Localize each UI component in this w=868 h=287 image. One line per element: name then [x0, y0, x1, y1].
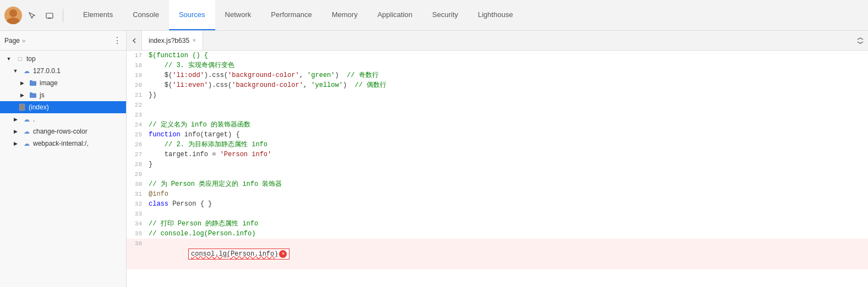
line-number-31: 31: [127, 189, 149, 199]
sidebar-more-icon[interactable]: ⋮: [113, 35, 122, 46]
inspect-element-button[interactable]: [24, 8, 40, 23]
line-number-36: 36: [127, 239, 149, 249]
code-editor[interactable]: 17 $(function () { 18 // 3. 实现奇偶行变色 19 $…: [127, 51, 868, 287]
device-toggle-button[interactable]: [42, 8, 57, 23]
code-tab-label: index.js?b635: [149, 37, 189, 45]
line-number-24: 24: [127, 120, 149, 130]
svg-point-0: [9, 9, 17, 17]
line-number-22: 22: [127, 100, 149, 110]
arrow-right-icon: ▶: [18, 79, 26, 87]
tree-label-changerows: change-rows-color: [33, 128, 88, 135]
code-line-33: 33: [127, 209, 868, 219]
sidebar-header: Page » ⋮: [0, 31, 126, 51]
arrow-right-icon-js: ▶: [18, 91, 26, 100]
tab-console[interactable]: Console: [123, 0, 169, 30]
line-number-27: 27: [127, 150, 149, 159]
error-box: consol.lg(Person.info) ✕: [188, 249, 290, 260]
code-line-25: 25 function info(target) {: [127, 130, 868, 140]
tree-label-image: image: [40, 79, 58, 87]
code-line-34: 34 // 打印 Person 的静态属性 info: [127, 219, 868, 229]
toolbar-icons: [4, 7, 67, 24]
line-number-17: 17: [127, 51, 149, 60]
error-code: consol.lg(Person.info): [191, 249, 278, 259]
nav-tabs: Elements Console Sources Network Perform…: [73, 0, 523, 30]
line-content-31: @info: [149, 189, 857, 199]
error-icon: ✕: [279, 250, 287, 258]
file-tree: ▼ □ top ▼ ☁ 127.0.0.1 ▶ image ▶: [0, 51, 126, 287]
tree-item-top[interactable]: ▼ □ top: [0, 53, 126, 65]
line-content-34: // 打印 Person 的静态属性 info: [149, 219, 857, 229]
code-line-29: 29: [127, 169, 868, 179]
code-line-32: 32 class Person { }: [127, 199, 868, 209]
code-line-20: 20 $('li:even').css('background-color', …: [127, 80, 868, 90]
code-file-tab[interactable]: index.js?b635 ×: [142, 31, 203, 50]
line-content-35: // console.log(Person.info): [149, 229, 857, 239]
toolbar-divider: [63, 9, 63, 22]
tree-item-webpack[interactable]: ▶ ☁ webpack-internal:/,: [0, 137, 126, 150]
line-content-19: $('li:odd').css('background-color', 'gre…: [149, 70, 857, 80]
arrow-down-icon-2: ▼: [11, 67, 20, 75]
code-line-28: 28 }: [127, 159, 868, 169]
line-content-28: }: [149, 159, 857, 169]
tree-item-dot[interactable]: ▶ ☁ .: [0, 113, 126, 125]
line-number-32: 32: [127, 199, 149, 209]
code-line-19: 19 $('li:odd').css('background-color', '…: [127, 70, 868, 80]
code-panel: index.js?b635 × 17 $(function () { 18 //…: [127, 31, 868, 287]
line-content-17: $(function () {: [149, 51, 857, 60]
arrow-right-icon-dot: ▶: [11, 115, 20, 124]
line-number-20: 20: [127, 80, 149, 90]
line-content-32: class Person { }: [149, 199, 857, 209]
code-line-26: 26 // 2. 为目标添加静态属性 info: [127, 140, 868, 150]
sidebar-expand-icon[interactable]: »: [22, 37, 25, 44]
sidebar-header-title: Page: [4, 37, 20, 45]
svg-point-1: [7, 18, 20, 24]
tab-performance[interactable]: Performance: [261, 0, 321, 30]
avatar: [4, 7, 22, 24]
tree-item-changerows[interactable]: ▶ ☁ change-rows-color: [0, 125, 126, 137]
line-content-27: target.info = 'Person info': [149, 150, 857, 159]
tab-close-button[interactable]: ×: [193, 37, 196, 43]
line-number-33: 33: [127, 209, 149, 219]
line-content-25: function info(target) {: [149, 130, 857, 140]
tree-item-index[interactable]: (index): [0, 101, 126, 113]
code-line-31: 31 @info: [127, 189, 868, 199]
line-content-26: // 2. 为目标添加静态属性 info: [149, 140, 857, 150]
file-icon: [18, 103, 26, 112]
code-line-23: 23: [127, 110, 868, 120]
line-content-24: // 定义名为 info 的装饰器函数: [149, 120, 857, 130]
arrow-right-icon-webpack: ▶: [11, 139, 20, 148]
cloud-icon-change: ☁: [22, 127, 31, 136]
code-line-22: 22: [127, 100, 868, 110]
svg-rect-3: [48, 18, 51, 19]
line-number-25: 25: [127, 130, 149, 140]
tab-network[interactable]: Network: [215, 0, 261, 30]
line-number-26: 26: [127, 140, 149, 150]
devtools-toolbar: Elements Console Sources Network Perform…: [0, 0, 868, 31]
tree-item-127001[interactable]: ▼ ☁ 127.0.0.1: [0, 65, 126, 77]
line-number-35: 35: [127, 229, 149, 239]
tree-item-js[interactable]: ▶ js: [0, 89, 126, 101]
tree-label-127001: 127.0.0.1: [33, 67, 61, 75]
code-panel-expand-button[interactable]: [853, 31, 868, 50]
tab-prev-button[interactable]: [127, 31, 142, 50]
code-line-36: 36 consol.lg(Person.info) ✕: [127, 239, 868, 269]
code-line-30: 30 // 为 Person 类应用定义的 info 装饰器: [127, 179, 868, 189]
tab-sources[interactable]: Sources: [169, 0, 215, 30]
tab-lighthouse[interactable]: Lighthouse: [468, 0, 523, 30]
line-content-21: }): [149, 90, 857, 100]
tab-application[interactable]: Application: [368, 0, 423, 30]
line-content-18: // 3. 实现奇偶行变色: [149, 60, 857, 70]
code-line-17: 17 $(function () {: [127, 51, 868, 60]
tree-label-js: js: [40, 91, 45, 99]
tree-item-image[interactable]: ▶ image: [0, 77, 126, 89]
svg-rect-2: [46, 13, 53, 18]
tree-label-dot: .: [33, 115, 35, 123]
arrow-right-icon-change: ▶: [11, 127, 20, 136]
tab-memory[interactable]: Memory: [322, 0, 368, 30]
code-line-35: 35 // console.log(Person.info): [127, 229, 868, 239]
line-number-19: 19: [127, 70, 149, 80]
tab-elements[interactable]: Elements: [73, 0, 123, 30]
line-content-20: $('li:even').css('background-color', 'ye…: [149, 80, 857, 90]
tree-label-index: (index): [29, 103, 49, 111]
tab-security[interactable]: Security: [422, 0, 468, 30]
